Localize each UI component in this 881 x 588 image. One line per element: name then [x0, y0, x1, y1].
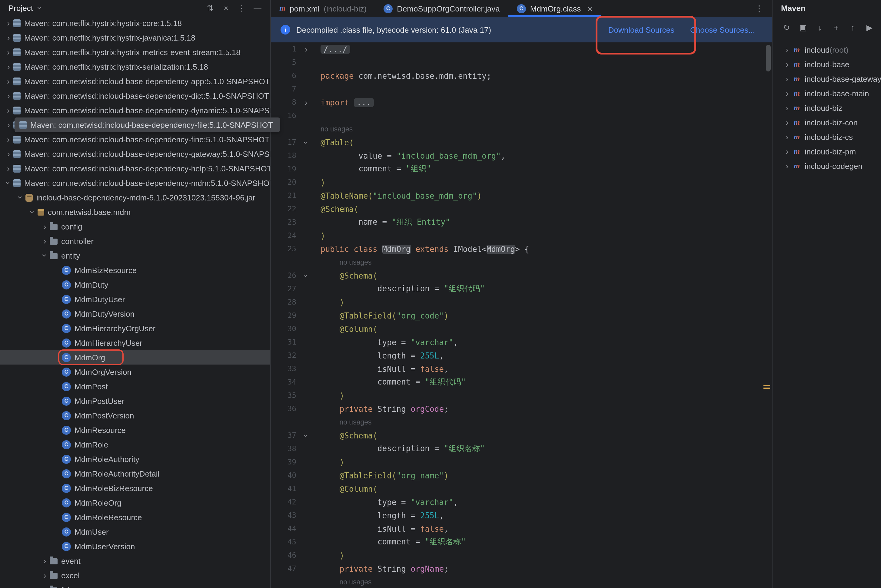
- maven-item-incloud-base[interactable]: ›mincloud-base: [773, 57, 881, 72]
- maven-item-incloud-biz-cs[interactable]: ›mincloud-biz-cs: [773, 130, 881, 144]
- chevron-right-icon[interactable]: ›: [782, 147, 792, 156]
- tree-item-incloud-base-dependency-mdm-5-1-0-20231023-15530[interactable]: ›incloud-base-dependency-mdm-5.1.0-20231…: [0, 190, 270, 205]
- chevron-right-icon[interactable]: ›: [4, 62, 14, 72]
- chevron-right-icon[interactable]: ›: [4, 149, 14, 159]
- chevron-right-icon[interactable]: ›: [4, 134, 14, 144]
- chevron-right-icon[interactable]: ›: [782, 45, 792, 54]
- tree-item-mdmroleauthority[interactable]: CMdmRoleAuthority: [0, 452, 270, 466]
- chevron-right-icon[interactable]: ›: [782, 117, 792, 127]
- chevron-down-icon[interactable]: ›: [16, 193, 26, 202]
- chevron-right-icon[interactable]: ›: [4, 164, 14, 173]
- chevron-right-icon[interactable]: ›: [4, 120, 14, 130]
- tree-item-entity[interactable]: ›entity: [0, 248, 270, 263]
- run-icon[interactable]: ▶: [865, 23, 874, 32]
- tree-item-excel[interactable]: ›excel: [0, 568, 270, 582]
- collapse-icon[interactable]: ×: [221, 3, 232, 12]
- tree-item-maven-com-netflix-hystrix-hystrix-javanica-1-5-1[interactable]: ›Maven: com.netflix.hystrix:hystrix-java…: [0, 30, 270, 45]
- tree-item-controller[interactable]: ›controller: [0, 234, 270, 248]
- tree-item-mdmuserversion[interactable]: CMdmUserVersion: [0, 539, 270, 554]
- download-icon[interactable]: ↓: [815, 23, 824, 32]
- tree-item-mdmduty[interactable]: CMdmDuty: [0, 278, 270, 292]
- choose-sources-link[interactable]: Choose Sources...: [690, 25, 755, 34]
- tree-item-mdmdutyuser[interactable]: CMdmDutyUser: [0, 292, 270, 306]
- maven-item-incloud[interactable]: ›mincloud (root): [773, 42, 881, 57]
- chevron-down-icon[interactable]: ›: [4, 178, 14, 188]
- chevron-right-icon[interactable]: ›: [782, 74, 792, 84]
- tree-item-maven-com-netflix-hystrix-hystrix-serialization-[interactable]: ›Maven: com.netflix.hystrix:hystrix-seri…: [0, 59, 270, 74]
- tree-item-mdmroleresource[interactable]: CMdmRoleResource: [0, 510, 270, 524]
- tree-item-maven-com-netwisd-incloud-base-dependency-dynami[interactable]: ›Maven: com.netwisd:incloud-base-depende…: [0, 103, 270, 117]
- tree-item-mdmorgversion[interactable]: CMdmOrgVersion: [0, 364, 270, 379]
- editor-scrollbar[interactable]: [766, 18, 771, 588]
- chevron-right-icon[interactable]: ›: [4, 91, 14, 100]
- chevron-right-icon[interactable]: ›: [40, 556, 50, 566]
- fold-closed-icon[interactable]: ›: [296, 98, 316, 107]
- maven-item-incloud-biz[interactable]: ›mincloud-biz: [773, 100, 881, 115]
- chevron-right-icon[interactable]: ›: [782, 103, 792, 112]
- tree-item-mdmorg[interactable]: CMdmOrg: [0, 350, 270, 364]
- tree-item-mdmresource[interactable]: CMdmResource: [0, 423, 270, 437]
- chevron-right-icon[interactable]: ›: [4, 18, 14, 28]
- code-editor[interactable]: 1›/.../56package com.netwisd.base.mdm.en…: [271, 42, 772, 588]
- chevron-right-icon[interactable]: ›: [40, 222, 50, 231]
- tree-item-maven-com-netwisd-incloud-base-dependency-fine-5[interactable]: ›Maven: com.netwisd:incloud-base-depende…: [0, 132, 270, 147]
- tree-item-config[interactable]: ›config: [0, 219, 270, 234]
- chevron-right-icon[interactable]: ›: [40, 236, 50, 246]
- tree-item-maven-com-netwisd-incloud-base-dependency-dict-5[interactable]: ›Maven: com.netwisd:incloud-base-depende…: [0, 88, 270, 103]
- chevron-down-icon[interactable]: ›: [28, 207, 38, 217]
- maven-item-incloud-codegen[interactable]: ›mincloud-codegen: [773, 159, 881, 173]
- up-icon[interactable]: ↑: [849, 23, 857, 32]
- tree-item-mdmrole[interactable]: CMdmRole: [0, 437, 270, 452]
- tab-mdmorg-class[interactable]: CMdmOrg.class×: [508, 0, 601, 17]
- tree-item-mdmrolebizresource[interactable]: CMdmRoleBizResource: [0, 481, 270, 495]
- download-sources-link[interactable]: Download Sources: [608, 25, 674, 34]
- tree-item-event[interactable]: ›event: [0, 554, 270, 568]
- tree-item-maven-com-netflix-hystrix-hystrix-core-1-5-18[interactable]: ›Maven: com.netflix.hystrix:hystrix-core…: [0, 16, 270, 30]
- chevron-right-icon[interactable]: ›: [782, 59, 792, 69]
- chevron-right-icon[interactable]: ›: [40, 570, 50, 580]
- tree-item-mdmuser[interactable]: CMdmUser: [0, 524, 270, 539]
- tree-item-maven-com-netwisd-incloud-base-dependency-app-5-[interactable]: ›Maven: com.netwisd:incloud-base-depende…: [0, 74, 270, 88]
- chevron-down-icon[interactable]: ›: [40, 251, 50, 260]
- chevron-right-icon[interactable]: ›: [782, 132, 792, 142]
- tree-item-mdmpost[interactable]: CMdmPost: [0, 379, 270, 394]
- swap-icon[interactable]: ⇅: [205, 3, 216, 12]
- chevron-right-icon[interactable]: ›: [4, 105, 14, 115]
- tree-item-com-netwisd-base-mdm[interactable]: ›com.netwisd.base.mdm: [0, 205, 270, 219]
- fold-closed-icon[interactable]: ›: [296, 45, 316, 54]
- tree-item-mdmhierarchyuser[interactable]: CMdmHierarchyUser: [0, 336, 270, 350]
- chevron-down-icon[interactable]: ›: [35, 3, 45, 13]
- maven-item-incloud-biz-pm[interactable]: ›mincloud-biz-pm: [773, 144, 881, 159]
- tree-item-maven-com-netwisd-incloud-base-dependency-gatewa[interactable]: ›Maven: com.netwisd:incloud-base-depende…: [0, 147, 270, 161]
- more-icon[interactable]: ⋮: [747, 0, 772, 17]
- fold-open-icon[interactable]: ›: [301, 266, 311, 285]
- maven-item-incloud-biz-con[interactable]: ›mincloud-biz-con: [773, 115, 881, 130]
- chevron-right-icon[interactable]: ›: [4, 76, 14, 86]
- chevron-right-icon[interactable]: ›: [4, 47, 14, 57]
- tab-pom-xml[interactable]: mpom.xml (incloud-biz): [271, 0, 375, 17]
- close-icon[interactable]: ×: [588, 3, 593, 14]
- tree-item-mdmroleorg[interactable]: CMdmRoleOrg: [0, 495, 270, 510]
- tree-item-maven-com-netwisd-incloud-base-dependency-mdm-5-[interactable]: ›Maven: com.netwisd:incloud-base-depende…: [0, 176, 270, 190]
- tree-item-maven-com-netflix-hystrix-hystrix-metrics-event-[interactable]: ›Maven: com.netflix.hystrix:hystrix-metr…: [0, 45, 270, 59]
- tree-item-mdmdutyversion[interactable]: CMdmDutyVersion: [0, 306, 270, 321]
- tree-item-mdmroleauthoritydetail[interactable]: CMdmRoleAuthorityDetail: [0, 466, 270, 481]
- chevron-right-icon[interactable]: ›: [782, 88, 792, 98]
- tree-item-feign[interactable]: ›feign: [0, 582, 270, 588]
- refresh-icon[interactable]: ↻: [782, 23, 791, 32]
- tree-item-mdmpostversion[interactable]: CMdmPostVersion: [0, 408, 270, 423]
- tree-item-mdmbizresource[interactable]: CMdmBizResource: [0, 263, 270, 278]
- maven-item-incloud-base-gateway[interactable]: ›mincloud-base-gateway: [773, 72, 881, 86]
- tab-demosupporgcontroller-java[interactable]: CDemoSuppOrgController.java: [375, 0, 508, 17]
- more-icon[interactable]: ⋮: [236, 3, 247, 12]
- add-icon[interactable]: +: [832, 23, 841, 32]
- tree-item-maven-com-netwisd-incloud-base-dependency-help-5[interactable]: ›Maven: com.netwisd:incloud-base-depende…: [0, 161, 270, 176]
- fold-open-icon[interactable]: ›: [301, 133, 311, 152]
- tree-item-mdmpostuser[interactable]: CMdmPostUser: [0, 394, 270, 408]
- export-icon[interactable]: ▣: [799, 23, 808, 32]
- maven-item-incloud-base-main[interactable]: ›mincloud-base-main: [773, 86, 881, 100]
- hide-icon[interactable]: —: [252, 3, 263, 12]
- scrollbar-thumb[interactable]: [766, 45, 771, 72]
- chevron-right-icon[interactable]: ›: [40, 585, 50, 588]
- chevron-right-icon[interactable]: ›: [4, 33, 14, 42]
